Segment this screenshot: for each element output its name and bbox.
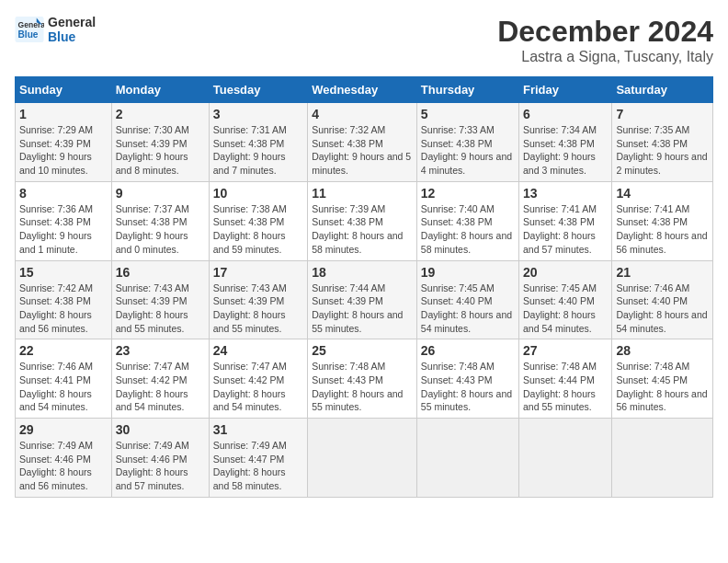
calendar-table: SundayMondayTuesdayWednesdayThursdayFrid… bbox=[15, 76, 713, 498]
header-cell-tuesday: Tuesday bbox=[209, 77, 307, 103]
day-detail: Sunrise: 7:41 AMSunset: 4:38 PMDaylight:… bbox=[616, 203, 707, 255]
day-number: 20 bbox=[523, 265, 608, 280]
week-row-2: 8 Sunrise: 7:36 AMSunset: 4:38 PMDayligh… bbox=[16, 181, 713, 260]
header-cell-sunday: Sunday bbox=[16, 77, 112, 103]
logo-text-general: General bbox=[48, 15, 96, 29]
day-number: 13 bbox=[523, 186, 608, 201]
title-area: December 2024 Lastra a Signa, Tuscany, I… bbox=[497, 15, 713, 65]
day-number: 12 bbox=[421, 186, 515, 201]
day-number: 16 bbox=[116, 265, 205, 280]
day-detail: Sunrise: 7:49 AMSunset: 4:46 PMDaylight:… bbox=[116, 440, 189, 491]
day-number: 19 bbox=[421, 265, 515, 280]
day-cell: 15 Sunrise: 7:42 AMSunset: 4:38 PMDaylig… bbox=[16, 260, 112, 339]
header-cell-friday: Friday bbox=[519, 77, 612, 103]
header-cell-wednesday: Wednesday bbox=[308, 77, 417, 103]
day-detail: Sunrise: 7:41 AMSunset: 4:38 PMDaylight:… bbox=[523, 203, 597, 255]
day-cell: 31 Sunrise: 7:49 AMSunset: 4:47 PMDaylig… bbox=[209, 419, 307, 498]
day-number: 4 bbox=[312, 107, 413, 121]
day-detail: Sunrise: 7:29 AMSunset: 4:39 PMDaylight:… bbox=[19, 124, 93, 176]
day-number: 31 bbox=[213, 422, 303, 437]
week-row-5: 29 Sunrise: 7:49 AMSunset: 4:46 PMDaylig… bbox=[16, 419, 713, 498]
day-cell: 16 Sunrise: 7:43 AMSunset: 4:39 PMDaylig… bbox=[111, 260, 209, 339]
day-number: 2 bbox=[116, 107, 205, 121]
day-number: 22 bbox=[19, 343, 108, 358]
day-cell: 22 Sunrise: 7:46 AMSunset: 4:41 PMDaylig… bbox=[16, 339, 112, 419]
day-detail: Sunrise: 7:47 AMSunset: 4:42 PMDaylight:… bbox=[116, 361, 189, 412]
day-cell: 17 Sunrise: 7:43 AMSunset: 4:39 PMDaylig… bbox=[209, 260, 307, 339]
day-number: 17 bbox=[213, 265, 303, 280]
day-cell: 24 Sunrise: 7:47 AMSunset: 4:42 PMDaylig… bbox=[209, 339, 307, 419]
day-cell: 1 Sunrise: 7:29 AMSunset: 4:39 PMDayligh… bbox=[16, 103, 112, 182]
day-number: 21 bbox=[616, 265, 709, 280]
day-detail: Sunrise: 7:45 AMSunset: 4:40 PMDaylight:… bbox=[523, 282, 597, 334]
day-cell: 29 Sunrise: 7:49 AMSunset: 4:46 PMDaylig… bbox=[16, 419, 112, 498]
day-number: 6 bbox=[523, 107, 608, 121]
day-detail: Sunrise: 7:37 AMSunset: 4:38 PMDaylight:… bbox=[116, 203, 189, 255]
header: General Blue General Blue December 2024 … bbox=[15, 15, 713, 65]
header-cell-thursday: Thursday bbox=[416, 77, 518, 103]
day-cell: 26 Sunrise: 7:48 AMSunset: 4:43 PMDaylig… bbox=[416, 339, 518, 419]
day-number: 3 bbox=[213, 107, 303, 121]
header-cell-monday: Monday bbox=[111, 77, 209, 103]
day-detail: Sunrise: 7:48 AMSunset: 4:43 PMDaylight:… bbox=[312, 361, 403, 412]
day-number: 25 bbox=[312, 343, 413, 358]
day-detail: Sunrise: 7:46 AMSunset: 4:40 PMDaylight:… bbox=[616, 282, 707, 334]
day-detail: Sunrise: 7:49 AMSunset: 4:47 PMDaylight:… bbox=[213, 440, 287, 491]
day-cell: 13 Sunrise: 7:41 AMSunset: 4:38 PMDaylig… bbox=[519, 181, 612, 260]
day-cell: 8 Sunrise: 7:36 AMSunset: 4:38 PMDayligh… bbox=[16, 181, 112, 260]
logo-icon: General Blue bbox=[15, 17, 44, 42]
day-number: 1 bbox=[19, 107, 108, 121]
day-detail: Sunrise: 7:32 AMSunset: 4:38 PMDaylight:… bbox=[312, 124, 411, 176]
day-cell: 20 Sunrise: 7:45 AMSunset: 4:40 PMDaylig… bbox=[519, 260, 612, 339]
day-cell: 19 Sunrise: 7:45 AMSunset: 4:40 PMDaylig… bbox=[416, 260, 518, 339]
day-number: 23 bbox=[116, 343, 205, 358]
week-row-1: 1 Sunrise: 7:29 AMSunset: 4:39 PMDayligh… bbox=[16, 103, 713, 182]
day-detail: Sunrise: 7:30 AMSunset: 4:39 PMDaylight:… bbox=[116, 124, 189, 176]
day-number: 27 bbox=[523, 343, 608, 358]
calendar-body: 1 Sunrise: 7:29 AMSunset: 4:39 PMDayligh… bbox=[16, 103, 713, 498]
day-detail: Sunrise: 7:38 AMSunset: 4:38 PMDaylight:… bbox=[213, 203, 287, 255]
day-detail: Sunrise: 7:33 AMSunset: 4:38 PMDaylight:… bbox=[421, 124, 512, 176]
day-cell: 21 Sunrise: 7:46 AMSunset: 4:40 PMDaylig… bbox=[612, 260, 713, 339]
day-cell bbox=[308, 419, 417, 498]
day-detail: Sunrise: 7:31 AMSunset: 4:38 PMDaylight:… bbox=[213, 124, 287, 176]
svg-text:General: General bbox=[18, 20, 44, 29]
day-number: 9 bbox=[116, 186, 205, 201]
day-cell: 4 Sunrise: 7:32 AMSunset: 4:38 PMDayligh… bbox=[308, 103, 417, 182]
day-cell: 14 Sunrise: 7:41 AMSunset: 4:38 PMDaylig… bbox=[612, 181, 713, 260]
day-detail: Sunrise: 7:43 AMSunset: 4:39 PMDaylight:… bbox=[116, 282, 189, 334]
day-detail: Sunrise: 7:40 AMSunset: 4:38 PMDaylight:… bbox=[421, 203, 512, 255]
day-detail: Sunrise: 7:44 AMSunset: 4:39 PMDaylight:… bbox=[312, 282, 403, 334]
logo: General Blue General Blue bbox=[15, 15, 96, 44]
day-detail: Sunrise: 7:47 AMSunset: 4:42 PMDaylight:… bbox=[213, 361, 287, 412]
day-cell: 3 Sunrise: 7:31 AMSunset: 4:38 PMDayligh… bbox=[209, 103, 307, 182]
day-cell bbox=[612, 419, 713, 498]
day-number: 30 bbox=[116, 422, 205, 437]
subtitle: Lastra a Signa, Tuscany, Italy bbox=[497, 49, 713, 65]
svg-text:Blue: Blue bbox=[18, 29, 39, 40]
day-detail: Sunrise: 7:45 AMSunset: 4:40 PMDaylight:… bbox=[421, 282, 512, 334]
logo-text-blue: Blue bbox=[48, 29, 96, 44]
day-cell: 23 Sunrise: 7:47 AMSunset: 4:42 PMDaylig… bbox=[111, 339, 209, 419]
day-cell bbox=[416, 419, 518, 498]
day-cell: 18 Sunrise: 7:44 AMSunset: 4:39 PMDaylig… bbox=[308, 260, 417, 339]
week-row-3: 15 Sunrise: 7:42 AMSunset: 4:38 PMDaylig… bbox=[16, 260, 713, 339]
day-detail: Sunrise: 7:48 AMSunset: 4:45 PMDaylight:… bbox=[616, 361, 707, 412]
day-cell: 11 Sunrise: 7:39 AMSunset: 4:38 PMDaylig… bbox=[308, 181, 417, 260]
day-cell: 27 Sunrise: 7:48 AMSunset: 4:44 PMDaylig… bbox=[519, 339, 612, 419]
day-cell: 6 Sunrise: 7:34 AMSunset: 4:38 PMDayligh… bbox=[519, 103, 612, 182]
day-number: 10 bbox=[213, 186, 303, 201]
day-detail: Sunrise: 7:34 AMSunset: 4:38 PMDaylight:… bbox=[523, 124, 597, 176]
day-detail: Sunrise: 7:35 AMSunset: 4:38 PMDaylight:… bbox=[616, 124, 707, 176]
day-detail: Sunrise: 7:46 AMSunset: 4:41 PMDaylight:… bbox=[19, 361, 93, 412]
day-detail: Sunrise: 7:48 AMSunset: 4:44 PMDaylight:… bbox=[523, 361, 597, 412]
day-number: 11 bbox=[312, 186, 413, 201]
day-cell: 25 Sunrise: 7:48 AMSunset: 4:43 PMDaylig… bbox=[308, 339, 417, 419]
header-cell-saturday: Saturday bbox=[612, 77, 713, 103]
day-cell: 30 Sunrise: 7:49 AMSunset: 4:46 PMDaylig… bbox=[111, 419, 209, 498]
day-number: 18 bbox=[312, 265, 413, 280]
day-detail: Sunrise: 7:36 AMSunset: 4:38 PMDaylight:… bbox=[19, 203, 93, 255]
day-number: 8 bbox=[19, 186, 108, 201]
day-number: 15 bbox=[19, 265, 108, 280]
page-title: December 2024 bbox=[497, 15, 713, 49]
